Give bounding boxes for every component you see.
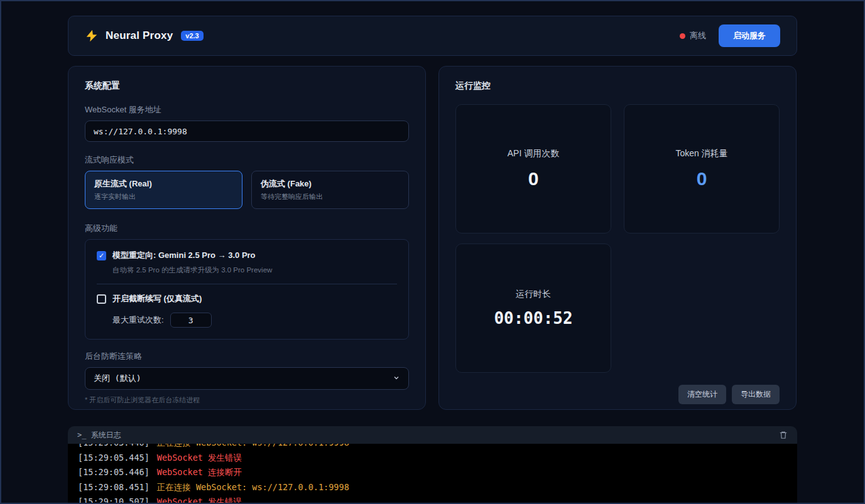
stream-mode-options: 原生流式 (Real) 逐字实时输出 伪流式 (Fake) 等待完整响应后输出	[85, 171, 409, 209]
log-line: [15:29:03.440]正在连接 WebSocket: ws://127.0…	[78, 444, 787, 451]
header-right: 离线 启动服务	[680, 24, 780, 47]
log-timestamp: [15:29:05.445]	[78, 453, 150, 463]
stat-token-usage-value: 0	[697, 168, 707, 190]
log-message: WebSocket 发生错误	[157, 453, 242, 463]
divider	[97, 284, 397, 284]
monitor-panel: 运行监控 API 调用次数 0 Token 消耗量 0 运行时长 00:00:5…	[438, 66, 797, 410]
stream-option-real-subtitle: 逐字实时输出	[94, 192, 233, 201]
lightning-bolt-icon	[85, 29, 99, 43]
keepalive-strategy-label: 后台防断连策略	[85, 351, 409, 362]
brand: Neural Proxy v2.3	[85, 29, 204, 43]
stream-option-real-title: 原生流式 (Real)	[94, 178, 233, 190]
stat-uptime-value: 00:00:52	[494, 309, 572, 328]
stat-card-token-usage: Token 消耗量 0	[624, 104, 780, 233]
main-panels: 系统配置 WebSocket 服务地址 流式响应模式 原生流式 (Real) 逐…	[68, 66, 797, 410]
app-root: Neural Proxy v2.3 离线 启动服务 系统配置 WebSocket…	[0, 0, 865, 504]
log-message: 正在连接 WebSocket: ws://127.0.0.1:9998	[157, 444, 349, 448]
status-label: 离线	[690, 30, 706, 41]
log-message: WebSocket 连接断开	[157, 467, 242, 477]
config-panel: 系统配置 WebSocket 服务地址 流式响应模式 原生流式 (Real) 逐…	[68, 66, 426, 410]
log-message: WebSocket 发生错误	[157, 496, 242, 504]
stream-option-fake-title: 伪流式 (Fake)	[261, 178, 400, 190]
websocket-url-label: WebSocket 服务地址	[85, 104, 409, 115]
log-line: [15:29:10.507]WebSocket 发生错误	[78, 495, 787, 504]
config-panel-title: 系统配置	[85, 80, 409, 92]
checkbox-checked-icon[interactable]	[97, 251, 106, 260]
stat-api-calls-value: 0	[528, 168, 539, 190]
truncate-resume-checkbox-row[interactable]: 开启截断续写 (仅真流式)	[97, 293, 397, 304]
advanced-features-card: 模型重定向: Gemini 2.5 Pro → 3.0 Pro 自动将 2.5 …	[85, 239, 409, 340]
stat-uptime-label: 运行时长	[516, 289, 551, 300]
truncate-resume-label: 开启截断续写 (仅真流式)	[112, 293, 202, 304]
stream-mode-label: 流式响应模式	[85, 154, 409, 166]
keepalive-select[interactable]: 关闭 (默认)	[85, 367, 409, 390]
checkbox-unchecked-icon[interactable]	[97, 294, 106, 304]
log-message: 正在连接 WebSocket: ws://127.0.0.1:9998	[157, 482, 349, 492]
monitor-actions: 清空统计 导出数据	[455, 385, 780, 404]
start-service-button[interactable]: 启动服务	[719, 24, 780, 47]
stat-card-api-calls: API 调用次数 0	[455, 104, 611, 233]
log-body[interactable]: [15:29:03.440]正在连接 WebSocket: ws://127.0…	[68, 444, 797, 504]
chevron-down-icon	[393, 374, 400, 383]
stat-card-uptime: 运行时长 00:00:52	[455, 244, 611, 373]
status-dot-icon	[680, 33, 685, 39]
stat-token-usage-label: Token 消耗量	[675, 148, 727, 159]
log-timestamp: [15:29:05.446]	[78, 467, 150, 477]
connection-status: 离线	[680, 30, 706, 41]
app-title: Neural Proxy	[106, 29, 173, 42]
log-title: >_ 系统日志	[77, 430, 121, 441]
stream-option-fake[interactable]: 伪流式 (Fake) 等待完整响应后输出	[251, 171, 409, 209]
clear-stats-button[interactable]: 清空统计	[678, 385, 726, 404]
log-header: >_ 系统日志	[68, 426, 797, 444]
log-timestamp: [15:29:08.451]	[78, 482, 150, 492]
keepalive-selected-value: 关闭 (默认)	[94, 373, 141, 384]
stream-option-real[interactable]: 原生流式 (Real) 逐字实时输出	[85, 171, 242, 209]
max-retry-input[interactable]	[170, 313, 212, 328]
model-redirect-label: 模型重定向: Gemini 2.5 Pro → 3.0 Pro	[112, 250, 256, 261]
model-redirect-description: 自动将 2.5 Pro 的生成请求升级为 3.0 Pro Preview	[112, 265, 397, 275]
log-panel: >_ 系统日志 [15:29:03.440]正在连接 WebSocket: ws…	[68, 426, 797, 504]
stat-api-calls-label: API 调用次数	[508, 148, 559, 159]
trash-icon[interactable]	[779, 431, 788, 439]
log-timestamp: [15:29:10.507]	[78, 496, 150, 504]
log-line: [15:29:05.446]WebSocket 连接断开	[78, 465, 787, 480]
monitor-panel-title: 运行监控	[455, 80, 780, 92]
version-badge: v2.3	[181, 31, 203, 41]
max-retry-label: 最大重试次数:	[112, 314, 164, 326]
stream-option-fake-subtitle: 等待完整响应后输出	[261, 192, 400, 201]
advanced-features-label: 高级功能	[85, 223, 409, 234]
model-redirect-checkbox-row[interactable]: 模型重定向: Gemini 2.5 Pro → 3.0 Pro	[97, 250, 397, 261]
websocket-url-input[interactable]	[85, 121, 409, 142]
log-timestamp: [15:29:03.440]	[78, 444, 150, 448]
export-data-button[interactable]: 导出数据	[732, 385, 780, 404]
max-retry-row: 最大重试次数:	[112, 313, 397, 328]
log-line: [15:29:05.445]WebSocket 发生错误	[78, 451, 787, 466]
header: Neural Proxy v2.3 离线 启动服务	[68, 16, 797, 56]
stats-grid: API 调用次数 0 Token 消耗量 0 运行时长 00:00:52	[455, 104, 780, 373]
log-line: [15:29:08.451]正在连接 WebSocket: ws://127.0…	[78, 480, 787, 495]
keepalive-footnote: * 开启后可防止浏览器在后台冻结进程	[85, 395, 409, 405]
content-container: Neural Proxy v2.3 离线 启动服务 系统配置 WebSocket…	[68, 1, 797, 504]
